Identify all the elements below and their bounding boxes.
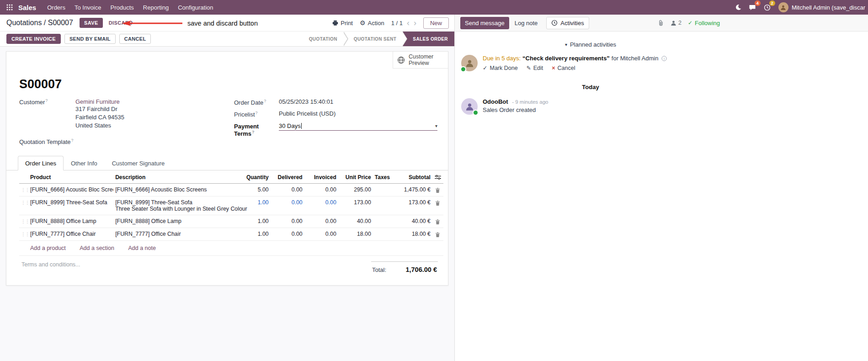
send-message-button[interactable]: Send message [460, 17, 509, 29]
create-invoice-button[interactable]: CREATE INVOICE [6, 34, 61, 44]
customer-preview-button[interactable]: Customer Preview [393, 52, 448, 69]
cell-unit-price[interactable]: 40.00 [338, 215, 373, 228]
pager-previous-icon[interactable]: ‹ [407, 19, 410, 27]
cell-product[interactable]: [FURN_8888] Office Lamp [28, 215, 113, 228]
cell-unit-price[interactable]: 173.00 [338, 196, 373, 215]
drag-handle-icon[interactable]: ⋮⋮ [19, 215, 28, 228]
cell-quantity[interactable]: 5.00 [244, 183, 271, 196]
tab-order-lines[interactable]: Order Lines [18, 156, 64, 170]
delete-line-icon[interactable] [432, 183, 443, 196]
header-invoiced[interactable]: Invoiced [304, 170, 338, 184]
cell-taxes[interactable] [373, 196, 393, 215]
cell-taxes[interactable] [373, 215, 393, 228]
order-line-row[interactable]: ⋮⋮ [FURN_8999] Three-Seat Sofa [FURN_899… [19, 196, 443, 215]
cell-unit-price[interactable]: 18.00 [338, 228, 373, 240]
cancel-button[interactable]: CANCEL [119, 34, 151, 44]
step-quotation[interactable]: QUOTATION [299, 32, 344, 46]
apps-menu-icon[interactable] [3, 0, 16, 15]
attachments-paperclip-icon[interactable] [658, 20, 664, 27]
menu-products[interactable]: Products [106, 1, 138, 14]
header-quantity[interactable]: Quantity [244, 170, 271, 184]
pricelist-value[interactable]: Public Pricelist (USD) [279, 110, 335, 117]
cell-invoiced[interactable]: 0.00 [304, 183, 338, 196]
cell-quantity[interactable]: 1.00 [244, 196, 271, 215]
terms-and-conditions-placeholder[interactable]: Terms and conditions... [19, 261, 80, 273]
planned-activities-toggle[interactable]: ▾ Planned activities [461, 41, 720, 48]
cell-description[interactable]: [FURN_8999] Three-Seat Sofa Three Seater… [113, 196, 244, 215]
order-line-row[interactable]: ⋮⋮ [FURN_8888] Office Lamp [FURN_8888] O… [19, 215, 443, 228]
pager-next-icon[interactable]: › [414, 19, 416, 27]
cell-invoiced[interactable]: 0.00 [304, 228, 338, 240]
header-delivered[interactable]: Delivered [271, 170, 304, 184]
header-description[interactable]: Description [113, 170, 244, 184]
cell-quantity[interactable]: 1.00 [244, 228, 271, 240]
cell-product[interactable]: [FURN_8999] Three-Seat Sofa [28, 196, 113, 215]
dropdown-caret-icon[interactable]: ▾ [435, 123, 437, 128]
optional-columns-icon[interactable] [432, 170, 443, 184]
cell-description[interactable]: [FURN_7777] Office Chair [113, 228, 244, 240]
add-a-section-link[interactable]: Add a section [80, 245, 114, 251]
order-date-value[interactable]: 05/25/2023 15:40:01 [279, 98, 333, 105]
header-unit-price[interactable]: Unit Price [338, 170, 373, 184]
cell-description[interactable]: [FURN_8888] Office Lamp [113, 215, 244, 228]
drag-handle-icon[interactable]: ⋮⋮ [19, 228, 28, 240]
drag-handle-icon[interactable]: ⋮⋮ [19, 196, 28, 215]
action-menu-button[interactable]: ⚙ Action [360, 20, 384, 27]
activities-clock-icon[interactable]: 2 [760, 0, 775, 15]
cell-delivered[interactable]: 0.00 [271, 183, 304, 196]
mark-done-button[interactable]: ✓ Mark Done [483, 64, 518, 71]
messages-icon[interactable]: 4 [746, 0, 760, 15]
delete-line-icon[interactable] [432, 215, 443, 228]
delete-line-icon[interactable] [432, 228, 443, 240]
cell-delivered[interactable]: 0.00 [271, 228, 304, 240]
add-a-product-link[interactable]: Add a product [30, 245, 66, 251]
menu-configuration[interactable]: Configuration [173, 1, 218, 14]
user-menu[interactable]: Mitchell Admin (save_discar [775, 2, 866, 12]
step-sales-order[interactable]: SALES ORDER [403, 32, 454, 46]
cell-unit-price[interactable]: 295.00 [338, 183, 373, 196]
drag-handle-icon[interactable]: ⋮⋮ [19, 183, 28, 196]
customer-link[interactable]: Gemini Furniture [75, 98, 120, 105]
cell-invoiced[interactable]: 0.00 [304, 196, 338, 215]
new-button[interactable]: New [423, 17, 449, 29]
discard-button[interactable]: DISCARD [106, 18, 136, 28]
tab-other-info[interactable]: Other Info [64, 156, 105, 170]
payment-terms-input[interactable]: 30 Days ▾ [279, 122, 437, 131]
menu-to-invoice[interactable]: To Invoice [70, 1, 106, 14]
header-subtotal[interactable]: Subtotal [393, 170, 432, 184]
menu-orders[interactable]: Orders [43, 1, 70, 14]
followers-button[interactable]: 2 [671, 20, 682, 26]
cell-product[interactable]: [FURN_7777] Office Chair [28, 228, 113, 240]
edit-activity-button[interactable]: ✎ Edit [527, 64, 543, 71]
dark-mode-moon-icon[interactable] [731, 0, 746, 15]
order-line-row[interactable]: ⋮⋮ [FURN_7777] Office Chair [FURN_7777] … [19, 228, 443, 240]
log-note-button[interactable]: Log note [510, 17, 543, 29]
quotation-template-field-label[interactable]: Quotation Template? [19, 138, 75, 145]
cell-taxes[interactable] [373, 228, 393, 240]
cell-quantity[interactable]: 1.00 [244, 215, 271, 228]
print-button[interactable]: Print [332, 20, 353, 27]
cell-product[interactable]: [FURN_6666] Acoustic Bloc Screens [28, 183, 113, 196]
add-a-note-link[interactable]: Add a note [128, 245, 155, 251]
step-quotation-sent[interactable]: QUOTATION SENT [344, 32, 403, 46]
order-line-row[interactable]: ⋮⋮ [FURN_6666] Acoustic Bloc Screens [FU… [19, 183, 443, 196]
header-product[interactable]: Product [28, 170, 113, 184]
activities-tab-button[interactable]: Activities [546, 17, 589, 29]
cell-description[interactable]: [FURN_6666] Acoustic Bloc Screens [113, 183, 244, 196]
cell-invoiced[interactable]: 0.00 [304, 215, 338, 228]
following-button[interactable]: ✓ Following [688, 20, 720, 27]
app-name[interactable]: Sales [18, 4, 36, 11]
save-button[interactable]: SAVE [80, 18, 103, 28]
breadcrumb-quotations[interactable]: Quotations [6, 19, 42, 27]
tab-customer-signature[interactable]: Customer Signature [105, 156, 172, 170]
cell-delivered[interactable]: 0.00 [271, 196, 304, 215]
header-taxes[interactable]: Taxes [373, 170, 393, 184]
cell-taxes[interactable] [373, 183, 393, 196]
cell-delivered[interactable]: 0.00 [271, 215, 304, 228]
send-by-email-button[interactable]: SEND BY EMAIL [64, 34, 116, 44]
cancel-activity-button[interactable]: × Cancel [552, 64, 575, 71]
message-author[interactable]: OdooBot [483, 98, 508, 105]
user-name: Mitchell Admin (save_discar [792, 4, 865, 11]
delete-line-icon[interactable] [432, 196, 443, 215]
menu-reporting[interactable]: Reporting [138, 1, 173, 14]
